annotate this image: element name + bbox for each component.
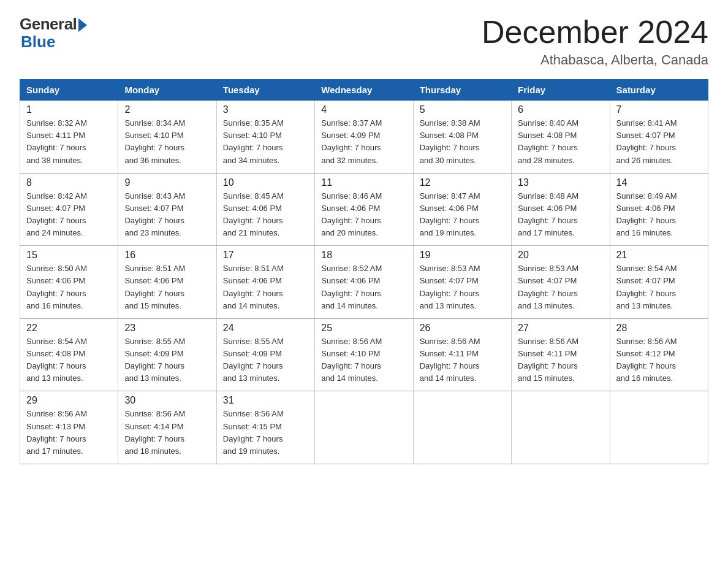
day-info: Sunrise: 8:45 AMSunset: 4:06 PMDaylight:… xyxy=(223,190,308,240)
day-number: 15 xyxy=(26,250,112,261)
day-number: 2 xyxy=(124,104,210,115)
calendar-header-friday: Friday xyxy=(512,80,610,101)
day-info: Sunrise: 8:54 AMSunset: 4:08 PMDaylight:… xyxy=(26,335,112,385)
day-number: 30 xyxy=(124,395,210,406)
title-section: December 2024 Athabasca, Alberta, Canada xyxy=(482,15,708,68)
day-number: 25 xyxy=(321,323,406,334)
day-info: Sunrise: 8:49 AMSunset: 4:06 PMDaylight:… xyxy=(616,190,702,240)
day-info: Sunrise: 8:51 AMSunset: 4:06 PMDaylight:… xyxy=(124,262,210,312)
calendar-week-row: 15Sunrise: 8:50 AMSunset: 4:06 PMDayligh… xyxy=(20,246,708,319)
calendar-cell: 24Sunrise: 8:55 AMSunset: 4:09 PMDayligh… xyxy=(216,318,314,391)
calendar-table: SundayMondayTuesdayWednesdayThursdayFrid… xyxy=(20,79,708,464)
day-info: Sunrise: 8:51 AMSunset: 4:06 PMDaylight:… xyxy=(223,262,308,312)
day-info: Sunrise: 8:40 AMSunset: 4:08 PMDaylight:… xyxy=(518,117,603,167)
day-info: Sunrise: 8:34 AMSunset: 4:10 PMDaylight:… xyxy=(124,117,210,167)
calendar-cell: 23Sunrise: 8:55 AMSunset: 4:09 PMDayligh… xyxy=(118,318,216,391)
calendar-header-wednesday: Wednesday xyxy=(315,80,413,101)
day-info: Sunrise: 8:56 AMSunset: 4:14 PMDaylight:… xyxy=(124,408,210,458)
day-info: Sunrise: 8:50 AMSunset: 4:06 PMDaylight:… xyxy=(26,262,112,312)
calendar-cell: 16Sunrise: 8:51 AMSunset: 4:06 PMDayligh… xyxy=(118,246,216,319)
day-number: 6 xyxy=(518,104,603,115)
day-number: 22 xyxy=(26,323,112,334)
calendar-cell: 25Sunrise: 8:56 AMSunset: 4:10 PMDayligh… xyxy=(315,318,413,391)
day-number: 18 xyxy=(321,250,406,261)
day-number: 29 xyxy=(26,395,112,406)
calendar-body: 1Sunrise: 8:32 AMSunset: 4:11 PMDaylight… xyxy=(20,101,708,464)
day-info: Sunrise: 8:55 AMSunset: 4:09 PMDaylight:… xyxy=(124,335,210,385)
day-info: Sunrise: 8:53 AMSunset: 4:07 PMDaylight:… xyxy=(518,262,603,312)
calendar-cell: 21Sunrise: 8:54 AMSunset: 4:07 PMDayligh… xyxy=(610,246,708,319)
day-number: 28 xyxy=(616,323,702,334)
day-number: 4 xyxy=(321,104,406,115)
calendar-cell: 11Sunrise: 8:46 AMSunset: 4:06 PMDayligh… xyxy=(315,173,413,246)
month-title: December 2024 xyxy=(482,15,708,50)
calendar-cell xyxy=(512,391,610,464)
calendar-cell: 28Sunrise: 8:56 AMSunset: 4:12 PMDayligh… xyxy=(610,318,708,391)
calendar-header-tuesday: Tuesday xyxy=(216,80,314,101)
day-info: Sunrise: 8:56 AMSunset: 4:15 PMDaylight:… xyxy=(223,408,308,458)
calendar-cell xyxy=(315,391,413,464)
calendar-header-sunday: Sunday xyxy=(20,80,118,101)
day-info: Sunrise: 8:56 AMSunset: 4:11 PMDaylight:… xyxy=(518,335,603,385)
calendar-cell: 12Sunrise: 8:47 AMSunset: 4:06 PMDayligh… xyxy=(413,173,511,246)
day-number: 31 xyxy=(223,395,308,406)
logo-general-text: General xyxy=(20,15,77,34)
calendar-cell: 4Sunrise: 8:37 AMSunset: 4:09 PMDaylight… xyxy=(315,101,413,174)
day-number: 16 xyxy=(124,250,210,261)
calendar-week-row: 22Sunrise: 8:54 AMSunset: 4:08 PMDayligh… xyxy=(20,318,708,391)
day-number: 11 xyxy=(321,177,406,188)
day-info: Sunrise: 8:52 AMSunset: 4:06 PMDaylight:… xyxy=(321,262,406,312)
day-info: Sunrise: 8:48 AMSunset: 4:06 PMDaylight:… xyxy=(518,190,603,240)
calendar-cell: 17Sunrise: 8:51 AMSunset: 4:06 PMDayligh… xyxy=(216,246,314,319)
calendar-cell: 30Sunrise: 8:56 AMSunset: 4:14 PMDayligh… xyxy=(118,391,216,464)
day-number: 26 xyxy=(420,323,505,334)
day-info: Sunrise: 8:56 AMSunset: 4:11 PMDaylight:… xyxy=(420,335,505,385)
day-number: 20 xyxy=(518,250,603,261)
day-info: Sunrise: 8:47 AMSunset: 4:06 PMDaylight:… xyxy=(420,190,505,240)
logo-blue-text: Blue xyxy=(20,33,55,52)
day-number: 5 xyxy=(420,104,505,115)
day-number: 7 xyxy=(616,104,702,115)
day-info: Sunrise: 8:56 AMSunset: 4:10 PMDaylight:… xyxy=(321,335,406,385)
day-info: Sunrise: 8:43 AMSunset: 4:07 PMDaylight:… xyxy=(124,190,210,240)
calendar-cell: 31Sunrise: 8:56 AMSunset: 4:15 PMDayligh… xyxy=(216,391,314,464)
calendar-cell: 26Sunrise: 8:56 AMSunset: 4:11 PMDayligh… xyxy=(413,318,511,391)
calendar-cell: 8Sunrise: 8:42 AMSunset: 4:07 PMDaylight… xyxy=(20,173,118,246)
calendar-cell: 5Sunrise: 8:38 AMSunset: 4:08 PMDaylight… xyxy=(413,101,511,174)
location-text: Athabasca, Alberta, Canada xyxy=(482,52,708,68)
calendar-cell: 10Sunrise: 8:45 AMSunset: 4:06 PMDayligh… xyxy=(216,173,314,246)
calendar-cell: 19Sunrise: 8:53 AMSunset: 4:07 PMDayligh… xyxy=(413,246,511,319)
day-info: Sunrise: 8:37 AMSunset: 4:09 PMDaylight:… xyxy=(321,117,406,167)
calendar-cell: 14Sunrise: 8:49 AMSunset: 4:06 PMDayligh… xyxy=(610,173,708,246)
day-number: 19 xyxy=(420,250,505,261)
day-info: Sunrise: 8:41 AMSunset: 4:07 PMDaylight:… xyxy=(616,117,702,167)
calendar-header-monday: Monday xyxy=(118,80,216,101)
calendar-cell: 7Sunrise: 8:41 AMSunset: 4:07 PMDaylight… xyxy=(610,101,708,174)
calendar-cell: 6Sunrise: 8:40 AMSunset: 4:08 PMDaylight… xyxy=(512,101,610,174)
day-number: 10 xyxy=(223,177,308,188)
day-number: 1 xyxy=(26,104,112,115)
calendar-header-saturday: Saturday xyxy=(610,80,708,101)
logo: General Blue xyxy=(20,15,87,52)
calendar-header-thursday: Thursday xyxy=(413,80,511,101)
calendar-week-row: 1Sunrise: 8:32 AMSunset: 4:11 PMDaylight… xyxy=(20,101,708,174)
calendar-cell: 27Sunrise: 8:56 AMSunset: 4:11 PMDayligh… xyxy=(512,318,610,391)
day-info: Sunrise: 8:53 AMSunset: 4:07 PMDaylight:… xyxy=(420,262,505,312)
day-number: 14 xyxy=(616,177,702,188)
calendar-cell: 20Sunrise: 8:53 AMSunset: 4:07 PMDayligh… xyxy=(512,246,610,319)
calendar-week-row: 8Sunrise: 8:42 AMSunset: 4:07 PMDaylight… xyxy=(20,173,708,246)
calendar-cell: 3Sunrise: 8:35 AMSunset: 4:10 PMDaylight… xyxy=(216,101,314,174)
day-number: 27 xyxy=(518,323,603,334)
day-number: 17 xyxy=(223,250,308,261)
calendar-cell: 1Sunrise: 8:32 AMSunset: 4:11 PMDaylight… xyxy=(20,101,118,174)
day-number: 8 xyxy=(26,177,112,188)
day-number: 3 xyxy=(223,104,308,115)
day-info: Sunrise: 8:56 AMSunset: 4:13 PMDaylight:… xyxy=(26,408,112,458)
calendar-cell: 18Sunrise: 8:52 AMSunset: 4:06 PMDayligh… xyxy=(315,246,413,319)
calendar-cell: 22Sunrise: 8:54 AMSunset: 4:08 PMDayligh… xyxy=(20,318,118,391)
page-header: General Blue December 2024 Athabasca, Al… xyxy=(20,15,708,68)
calendar-cell: 29Sunrise: 8:56 AMSunset: 4:13 PMDayligh… xyxy=(20,391,118,464)
calendar-header-row: SundayMondayTuesdayWednesdayThursdayFrid… xyxy=(20,80,708,101)
day-number: 9 xyxy=(124,177,210,188)
day-number: 21 xyxy=(616,250,702,261)
